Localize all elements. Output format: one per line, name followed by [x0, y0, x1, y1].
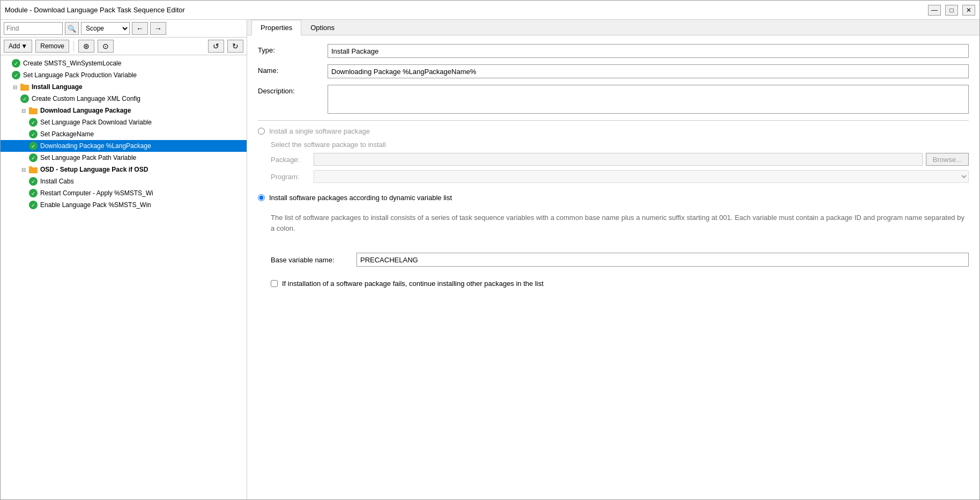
main-window: Module - Download Language Pack Task Seq… — [0, 0, 980, 500]
radio-dynamic-label: Install software packages according to d… — [269, 194, 452, 202]
svg-rect-4 — [29, 107, 32, 109]
move-down-button[interactable]: ⊙ — [98, 40, 114, 53]
tree-item-4[interactable]: ✓ Create Custom Language XML Config — [1, 93, 247, 105]
radio-single-package[interactable] — [258, 128, 265, 135]
tree-item-label-1: Create SMSTS_WinSystemLocale — [23, 60, 121, 67]
tree-item-10[interactable]: ⊟ OSD - Setup Language Pack if OSD — [1, 164, 247, 175]
search-icon: 🔍 — [68, 25, 76, 33]
action-bar: Add ▼ Remove ⊛ ⊙ ↺ ↻ — [1, 38, 247, 55]
sync-icon: ↺ — [213, 42, 219, 50]
tree-item-5[interactable]: ⊟ Download Language Package — [1, 105, 247, 116]
tree-item-label-8: Downloading Package %LangPackage — [40, 142, 151, 150]
type-input[interactable] — [328, 44, 969, 58]
browse-button: Browse... — [926, 153, 969, 166]
tree-item-label-11: Install Cabs — [40, 178, 74, 185]
search-input[interactable] — [4, 22, 63, 35]
base-variable-row: Base variable name: — [258, 253, 969, 267]
description-row: Description: — [258, 85, 969, 114]
window-title: Module - Download Language Pack Task Seq… — [5, 6, 185, 14]
divider-1 — [258, 120, 969, 121]
folder-icon-10 — [28, 165, 38, 174]
scope-select[interactable]: Scope All Name Description — [81, 22, 130, 35]
continue-checkbox-label: If installation of a software package fa… — [282, 280, 544, 288]
forward-button[interactable]: → — [150, 22, 166, 35]
radio-dynamic-row: Install software packages according to d… — [258, 194, 969, 202]
tree-item-label-7: Set PackageName — [40, 130, 94, 138]
name-input[interactable] — [328, 64, 969, 78]
radio-single-package-label: Install a single software package — [269, 127, 370, 135]
tree-item-label-4: Create Custom Language XML Config — [32, 95, 140, 102]
name-row: Name: — [258, 64, 969, 78]
check-icon-7: ✓ — [28, 129, 38, 139]
dynamic-desc-text: The list of software packages to install… — [258, 212, 969, 233]
tree-item-label-6: Set Language Pack Download Variable — [40, 119, 152, 126]
tree-item-2[interactable]: ✓ Set Language Pack Production Variable — [1, 69, 247, 81]
expand-icon-5: ⊟ — [20, 107, 27, 114]
base-var-label: Base variable name: — [271, 256, 357, 264]
left-panel: 🔍 Scope All Name Description ← → Ad — [1, 20, 247, 499]
select-package-label: Select the software package to install — [258, 141, 969, 149]
maximize-button[interactable]: □ — [945, 5, 958, 16]
check-icon-13: ✓ — [28, 200, 38, 210]
remove-button[interactable]: Remove — [35, 40, 69, 53]
sync-button[interactable]: ↺ — [208, 40, 224, 53]
type-label: Type: — [258, 44, 328, 54]
tab-bar: Properties Options — [247, 20, 979, 35]
folder-icon-3 — [20, 82, 29, 92]
minimize-button[interactable]: — — [928, 5, 941, 16]
tree-item-12[interactable]: ✓ Restart Computer - Apply %SMSTS_Wi — [1, 187, 247, 199]
checkbox-row: If installation of a software package fa… — [258, 280, 969, 288]
check-icon-2: ✓ — [11, 70, 21, 80]
program-select — [314, 170, 969, 183]
right-panel: Properties Options Type: Name: Descripti… — [247, 20, 979, 499]
tree-item-1[interactable]: ✓ Create SMSTS_WinSystemLocale — [1, 57, 247, 69]
back-icon: ← — [136, 24, 144, 33]
tree-item-label-13: Enable Language Pack %SMSTS_Win — [40, 201, 151, 209]
check-icon-1: ✓ — [11, 58, 21, 68]
tree-item-13[interactable]: ✓ Enable Language Pack %SMSTS_Win — [1, 199, 247, 211]
svg-rect-2 — [20, 84, 24, 86]
refresh-icon: ↻ — [232, 42, 239, 50]
tab-properties[interactable]: Properties — [251, 20, 301, 35]
tree-item-9[interactable]: ✓ Set Language Pack Path Variable — [1, 152, 247, 164]
program-label: Program: — [271, 173, 314, 181]
check-icon-12: ✓ — [28, 188, 38, 198]
description-input[interactable] — [328, 85, 969, 114]
separator — [73, 41, 74, 52]
add-arrow-icon: ▼ — [21, 42, 27, 50]
properties-panel: Type: Name: Description: Install — [247, 35, 979, 499]
tree-item-8[interactable]: ✓ Downloading Package %LangPackage — [1, 140, 247, 152]
svg-rect-6 — [29, 166, 32, 168]
type-row: Type: — [258, 44, 969, 58]
refresh-button[interactable]: ↻ — [227, 40, 243, 53]
check-icon-6: ✓ — [28, 117, 38, 127]
package-label: Package: — [271, 156, 314, 164]
radio-dynamic-variable[interactable] — [258, 194, 265, 201]
check-icon-9: ✓ — [28, 153, 38, 163]
program-row: Program: — [258, 170, 969, 183]
package-input — [314, 153, 923, 166]
search-toolbar: 🔍 Scope All Name Description ← → — [1, 20, 247, 38]
title-bar: Module - Download Language Pack Task Seq… — [1, 1, 979, 20]
move-down-icon: ⊙ — [102, 42, 109, 50]
tree-item-label-2: Set Language Pack Production Variable — [23, 71, 137, 79]
tab-options[interactable]: Options — [301, 20, 344, 35]
back-button[interactable]: ← — [132, 22, 148, 35]
description-label: Description: — [258, 85, 328, 95]
base-var-input[interactable] — [357, 253, 969, 267]
check-icon-8: ✓ — [28, 141, 38, 151]
expand-icon-10: ⊟ — [20, 166, 27, 173]
continue-checkbox[interactable] — [271, 280, 278, 287]
content-area: 🔍 Scope All Name Description ← → Ad — [1, 20, 979, 499]
tree-item-7[interactable]: ✓ Set PackageName — [1, 128, 247, 140]
tree-item-6[interactable]: ✓ Set Language Pack Download Variable — [1, 116, 247, 128]
tree-item-3[interactable]: ⊟ Install Language — [1, 81, 247, 93]
tree-area[interactable]: ✓ Create SMSTS_WinSystemLocale ✓ Set Lan… — [1, 55, 247, 499]
tree-item-11[interactable]: ✓ Install Cabs — [1, 175, 247, 187]
move-up-button[interactable]: ⊛ — [78, 40, 94, 53]
tree-item-label-12: Restart Computer - Apply %SMSTS_Wi — [40, 189, 153, 197]
add-button[interactable]: Add ▼ — [4, 40, 32, 53]
close-button[interactable]: ✕ — [962, 5, 975, 16]
search-button[interactable]: 🔍 — [65, 22, 79, 35]
tree-item-label-9: Set Language Pack Path Variable — [40, 154, 136, 161]
